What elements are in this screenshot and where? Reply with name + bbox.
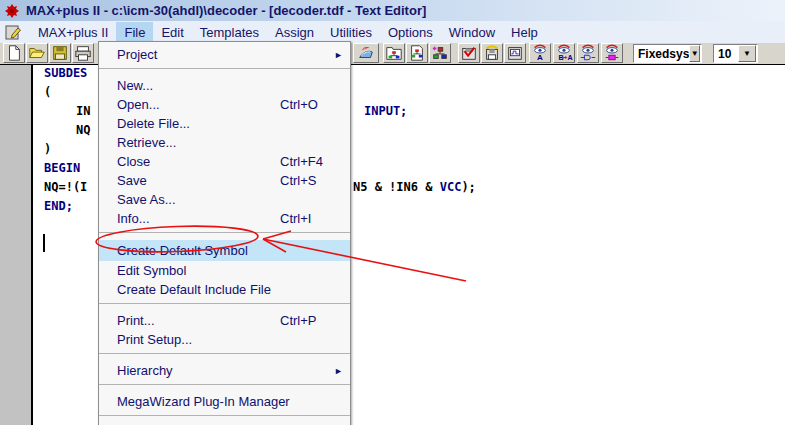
open-file-button[interactable] [26, 43, 48, 63]
menu-item-label: Print... [117, 313, 155, 328]
menu-item-retrieve[interactable]: Retrieve... [99, 133, 350, 152]
menu-item-print-setup[interactable]: Print Setup... [99, 330, 350, 349]
font-size-value: 10 [714, 47, 738, 61]
svg-text:A: A [537, 53, 543, 62]
menubar-item-templates[interactable]: Templates [192, 22, 267, 43]
save-compile-button[interactable] [481, 43, 503, 63]
menu-item-hierarchy[interactable]: Hierarchy ► [99, 361, 350, 380]
submenu-arrow-icon: ► [334, 50, 343, 60]
menu-bar: MAX+plus II File Edit Templates Assign U… [0, 21, 785, 43]
open-file-icon [28, 44, 46, 62]
svg-text:B: B [559, 53, 564, 62]
menu-item-create-default-symbol[interactable]: Create Default Symbol [99, 240, 350, 261]
menu-shortcut: Ctrl+P [280, 313, 316, 328]
menubar-item-options[interactable]: Options [380, 22, 441, 43]
svg-text:A: A [568, 53, 573, 62]
menu-item-label: Delete File... [117, 116, 190, 131]
menu-item-close[interactable]: CloseCtrl+F4 [99, 152, 350, 171]
menu-item-edit-symbol[interactable]: Edit Symbol [99, 261, 350, 280]
menu-item-label: Open... [117, 97, 160, 112]
font-name-combobox[interactable]: Fixedsys ▼ [633, 44, 702, 63]
menu-item-save[interactable]: SaveCtrl+S [99, 171, 350, 190]
menu-separator [99, 232, 350, 240]
replace-text-button[interactable]: B A [553, 43, 575, 63]
find-symbol-icon [603, 44, 621, 62]
save-file-icon [51, 44, 69, 62]
menu-shortcut: Ctrl+F4 [280, 154, 323, 169]
menu-shortcut: Ctrl+O [280, 97, 318, 112]
font-name-value: Fixedsys [634, 47, 689, 61]
find-symbol-button[interactable] [601, 43, 623, 63]
menu-separator [99, 353, 350, 361]
maxplus2-logo-icon [4, 3, 20, 19]
menu-item-new[interactable]: New... [99, 76, 350, 95]
menu-item-label: New... [117, 78, 153, 93]
save-check-icon [460, 44, 478, 62]
compiler-button[interactable] [353, 43, 379, 63]
hierarchy-tree-button[interactable] [429, 43, 451, 63]
menu-separator [99, 68, 350, 76]
menu-item-create-default-include-file[interactable]: Create Default Include File [99, 280, 350, 299]
menu-item-project[interactable]: Project ► [99, 45, 350, 64]
editor-gutter [0, 65, 33, 425]
menu-item-save-as[interactable]: Save As... [99, 190, 350, 209]
print-button[interactable] [72, 43, 94, 63]
menu-separator [99, 384, 350, 392]
save-simulate-button[interactable] [504, 43, 526, 63]
menu-item-label: Info... [117, 211, 150, 226]
menu-item-print[interactable]: Print...Ctrl+P [99, 311, 350, 330]
menu-item-label: Print Setup... [117, 332, 192, 347]
menu-item-label: Save As... [117, 192, 176, 207]
new-file-button[interactable] [3, 43, 25, 63]
menu-separator [99, 415, 350, 423]
menu-separator [99, 303, 350, 311]
menu-item-label: MegaWizard Plug-In Manager [117, 394, 290, 409]
menubar-item-file[interactable]: File [116, 22, 153, 43]
file-menu: Project ► New... Open...Ctrl+O Delete Fi… [98, 41, 351, 425]
save-compile-icon [483, 44, 501, 62]
hierarchy-display-button[interactable] [406, 43, 428, 63]
print-icon [74, 44, 92, 62]
menubar-item-help[interactable]: Help [503, 22, 546, 43]
chevron-down-icon[interactable]: ▼ [738, 45, 756, 62]
application-window: MAX+plus II - c:\icm-30(ahdl)\decoder - … [0, 0, 785, 425]
menu-item-label: Hierarchy [117, 363, 173, 378]
menu-item-label: Retrieve... [117, 135, 176, 150]
open-hierarchy-icon [385, 44, 403, 62]
menubar-item-utilities[interactable]: Utilities [322, 22, 380, 43]
menu-item-label: Edit Symbol [117, 263, 186, 278]
save-simulate-icon [506, 44, 524, 62]
find-node-icon [579, 44, 597, 62]
save-file-button[interactable] [49, 43, 71, 63]
menu-item-label: Create Default Symbol [117, 243, 248, 258]
menu-shortcut: Ctrl+I [280, 211, 311, 226]
find-text-icon: A [531, 44, 549, 62]
text-editor-icon [4, 23, 22, 41]
menu-item-label: Close [117, 154, 150, 169]
compiler-icon [357, 44, 375, 62]
window-title: MAX+plus II - c:\icm-30(ahdl)\decoder - … [26, 3, 426, 18]
menubar-item-window[interactable]: Window [441, 22, 503, 43]
hierarchy-tree-icon [431, 44, 449, 62]
save-check-button[interactable] [458, 43, 480, 63]
submenu-arrow-icon: ► [334, 366, 343, 376]
hierarchy-display-icon [408, 44, 426, 62]
menu-item-label: Save [117, 173, 147, 188]
menubar-item-edit[interactable]: Edit [153, 22, 191, 43]
find-node-button[interactable] [577, 43, 599, 63]
chevron-down-icon[interactable]: ▼ [689, 45, 700, 62]
menu-item-megawizard-plug-in-manager[interactable]: MegaWizard Plug-In Manager [99, 392, 350, 411]
menu-item-info[interactable]: Info...Ctrl+I [99, 209, 350, 228]
new-file-icon [5, 44, 23, 62]
menubar-item-maxplus2[interactable]: MAX+plus II [30, 22, 116, 43]
find-text-button[interactable]: A [529, 43, 551, 63]
menu-shortcut: Ctrl+S [280, 173, 316, 188]
title-bar[interactable]: MAX+plus II - c:\icm-30(ahdl)\decoder - … [0, 0, 785, 21]
replace-text-icon: B A [555, 44, 573, 62]
menubar-item-assign[interactable]: Assign [267, 22, 322, 43]
open-hierarchy-button[interactable] [383, 43, 405, 63]
menu-item-open[interactable]: Open...Ctrl+O [99, 95, 350, 114]
font-size-combobox[interactable]: 10 ▼ [713, 44, 758, 63]
menu-item-delete-file[interactable]: Delete File... [99, 114, 350, 133]
menu-item-label: Project [117, 47, 157, 62]
